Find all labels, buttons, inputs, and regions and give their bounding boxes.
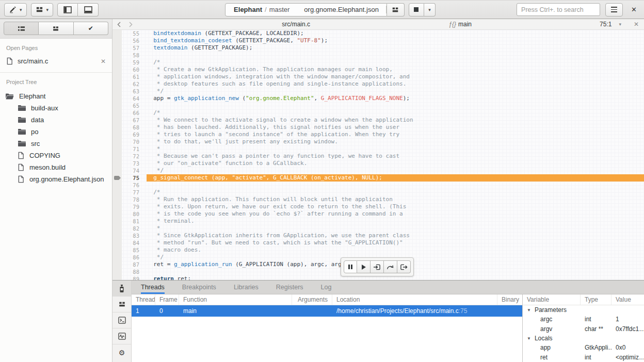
code-line[interactable]: 55 bindtextdomain (GETTEXT_PACKAGE, LOCA… — [112, 30, 644, 37]
terminal-panel-button[interactable] — [112, 312, 131, 328]
code-text[interactable]: /* — [147, 189, 644, 196]
code-line[interactable]: 62 * desktop features such as file openi… — [112, 80, 644, 88]
tree-item-elephant[interactable]: Elephant — [0, 90, 112, 102]
column-variable[interactable]: Variable — [523, 294, 581, 305]
build-menu-button[interactable]: ▾ — [31, 3, 54, 17]
code-text[interactable]: */ — [147, 167, 644, 174]
code-line[interactable]: 66 /* — [112, 109, 644, 117]
menu-button[interactable] — [605, 3, 623, 17]
code-text[interactable]: * We connect to the activate signal to c… — [147, 117, 644, 124]
code-line[interactable]: 70 * to do that, we'll just present any … — [112, 138, 644, 145]
tree-item-meson-build[interactable]: meson.build — [0, 161, 112, 173]
column-location[interactable]: Location — [332, 294, 497, 305]
breakpoint-gutter[interactable] — [112, 44, 122, 52]
code-text[interactable]: bind_textdomain_codeset (GETTEXT_PACKAGE… — [147, 37, 644, 44]
variable-group-row[interactable]: ▼Parameters — [523, 305, 644, 315]
tree-item-po[interactable]: po — [0, 126, 112, 138]
build-pipeline-panel-button[interactable] — [112, 297, 131, 312]
variable-group-row[interactable]: ▼Locals — [523, 334, 644, 343]
sidebar-tab-todo[interactable]: ✔ — [74, 22, 108, 35]
variable-row[interactable]: argc int 1 — [523, 315, 644, 324]
code-text[interactable]: * Run the application. This function wil… — [147, 196, 644, 203]
breakpoint-gutter[interactable] — [112, 88, 122, 95]
variable-row[interactable]: argv char ** 0x7ffdc1… — [523, 324, 644, 334]
toggle-left-panel-button[interactable] — [57, 3, 78, 17]
breakpoint-gutter[interactable] — [112, 268, 122, 275]
code-line[interactable]: 61 * application windows, integration wi… — [112, 73, 644, 80]
code-text[interactable]: * to do that, we'll just present any exi… — [147, 138, 644, 145]
breakpoint-gutter[interactable] — [112, 95, 122, 102]
back-icon[interactable] — [117, 22, 121, 27]
column-binary[interactable]: Binary — [497, 294, 522, 305]
step-out-button[interactable] — [397, 260, 411, 273]
column-thread[interactable]: Thread — [132, 294, 155, 305]
expander-icon[interactable]: ▼ — [527, 308, 531, 312]
pen-menu-button[interactable]: ▾ — [4, 3, 27, 17]
code-text[interactable]: * application windows, integration with … — [147, 73, 644, 80]
tab-libraries[interactable]: Libraries — [234, 281, 259, 294]
code-line[interactable]: 85 * macro does. — [112, 246, 644, 254]
tab-breakpoints[interactable]: Breakpoints — [182, 281, 216, 294]
code-text[interactable]: * terminal. — [147, 218, 644, 225]
build-button[interactable] — [387, 3, 405, 17]
code-line[interactable]: 63 */ — [112, 88, 644, 95]
code-text[interactable]: /* — [147, 109, 644, 117]
breakpoint-gutter[interactable] — [112, 138, 122, 145]
code-line[interactable]: 76 — [112, 182, 644, 189]
column-function[interactable]: Function — [179, 294, 292, 305]
code-line[interactable]: 83 * Since GtkApplication inherits from … — [112, 232, 644, 239]
forward-icon[interactable] — [128, 22, 133, 27]
step-in-button[interactable] — [371, 260, 384, 273]
code-text[interactable]: * — [147, 145, 644, 153]
step-over-button[interactable] — [384, 260, 397, 273]
breakpoint-gutter[interactable] — [112, 239, 122, 246]
breakpoint-gutter[interactable] — [112, 153, 122, 160]
breakpoint-gutter[interactable] — [112, 189, 122, 196]
breakpoint-gutter[interactable] — [112, 80, 122, 88]
column-type[interactable]: Type — [581, 294, 611, 305]
column-frame[interactable]: Frame — [155, 294, 179, 305]
tab-threads[interactable]: Threads — [141, 281, 165, 294]
tree-item-src[interactable]: src — [0, 138, 112, 150]
breakpoint-gutter[interactable] — [112, 254, 122, 261]
code-text[interactable]: * desktop features such as file opening … — [147, 80, 644, 88]
code-text[interactable]: * is the code you see when you do `echo … — [147, 210, 644, 218]
window-close-button[interactable]: ✕ — [628, 6, 640, 13]
breakpoint-gutter[interactable] — [112, 59, 122, 66]
toggle-bottom-panel-button[interactable] — [78, 3, 99, 17]
code-line[interactable]: 84 * method "run". But we need to cast, … — [112, 239, 644, 246]
breakpoint-gutter[interactable] — [112, 124, 122, 131]
code-text[interactable] — [147, 182, 644, 189]
expander-icon[interactable]: ▼ — [527, 336, 531, 341]
breakpoint-gutter[interactable] — [112, 167, 122, 174]
code-line[interactable]: 64 app = gtk_application_new ("org.gnome… — [112, 95, 644, 102]
code-text[interactable]: bindtextdomain (GETTEXT_PACKAGE, LOCALED… — [147, 30, 644, 37]
tab-log[interactable]: Log — [321, 281, 332, 294]
code-line[interactable]: 65 — [112, 102, 644, 109]
chevron-down-icon[interactable]: ▾ — [617, 22, 623, 27]
breakpoint-gutter[interactable] — [112, 225, 122, 232]
breakpoint-gutter[interactable] — [112, 174, 122, 182]
omnibar[interactable]: Elephant/master org.gnome.Elephant.json — [225, 3, 387, 17]
code-line[interactable]: 74 */ — [112, 167, 644, 174]
code-text[interactable] — [147, 52, 644, 59]
tab-registers[interactable]: Registers — [276, 281, 303, 294]
sidebar-tab-build[interactable] — [39, 22, 73, 35]
log-panel-button[interactable] — [112, 328, 131, 344]
code-line[interactable]: 57 textdomain (GETTEXT_PACKAGE); — [112, 44, 644, 52]
breakpoint-gutter[interactable] — [112, 73, 122, 80]
editor-close-button[interactable]: ✕ — [629, 21, 640, 28]
run-options-button[interactable]: ▾ — [424, 3, 436, 17]
code-line[interactable]: 80 * is the code you see when you do `ec… — [112, 210, 644, 218]
code-line[interactable]: 68 * has been lauched. Additionally, thi… — [112, 124, 644, 131]
variable-row[interactable]: ret int <optimiz… — [523, 353, 644, 362]
code-line[interactable]: 72 * Because we can't pass a pointer to … — [112, 153, 644, 160]
code-text[interactable]: app = gtk_application_new ("org.gnome.El… — [147, 95, 644, 102]
code-line[interactable]: 60 * Create a new GtkApplication. The ap… — [112, 66, 644, 73]
breakpoint-gutter[interactable] — [112, 275, 122, 280]
stop-button[interactable] — [409, 3, 424, 17]
code-text[interactable]: * exits. Upon return, we have our exit c… — [147, 203, 644, 210]
search-input[interactable] — [517, 3, 600, 16]
breakpoint-gutter[interactable] — [112, 131, 122, 138]
breakpoint-gutter[interactable] — [112, 232, 122, 239]
